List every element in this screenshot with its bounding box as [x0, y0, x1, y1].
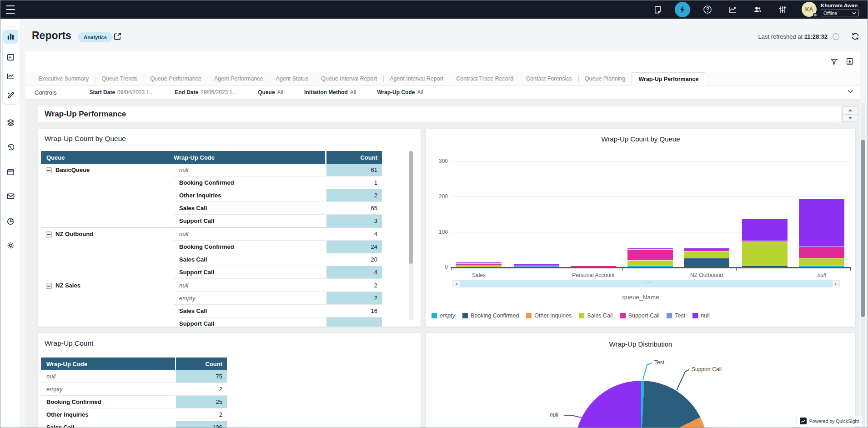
bar-segment-null[interactable]: [799, 199, 844, 247]
sidebar-item-history[interactable]: [3, 141, 18, 155]
external-link-icon[interactable]: [113, 32, 122, 40]
collapse-minus-icon[interactable]: [46, 283, 52, 289]
tab[interactable]: Agent Status: [270, 72, 315, 85]
table-row[interactable]: Booking Confirmed1: [174, 176, 382, 189]
table-row[interactable]: Other Inquiries2: [41, 408, 227, 421]
table-row[interactable]: Support Call3: [174, 215, 382, 227]
analytics-badge[interactable]: Analytics: [78, 32, 113, 42]
bar-segment-booking-confirmed[interactable]: [684, 258, 729, 267]
bar-segment-support-call[interactable]: [799, 247, 844, 258]
pie-chart[interactable]: [575, 381, 707, 428]
tab[interactable]: Agent Interval Report: [383, 72, 450, 85]
bar-segment-support-call[interactable]: [627, 250, 673, 260]
table-group[interactable]: NZ Outboundnull4Booking Confirmed24Sales…: [41, 227, 382, 279]
sidebar-item-datasets[interactable]: [3, 116, 18, 130]
table-row[interactable]: empty2: [174, 292, 382, 305]
stacked-bar[interactable]: [627, 248, 673, 267]
tab[interactable]: Contract Trace Record: [450, 72, 520, 85]
stacked-bar[interactable]: [799, 199, 844, 267]
bar-segment-empty[interactable]: [799, 266, 844, 267]
sidebar-item-analytics[interactable]: [3, 214, 18, 228]
stacked-bar[interactable]: [514, 264, 559, 267]
table-row[interactable]: null2: [174, 279, 382, 292]
column-header-wrapup-code[interactable]: Wrap-Up Code: [174, 154, 325, 161]
table-row[interactable]: Sales Call20: [174, 253, 382, 266]
table-row[interactable]: Support Call: [174, 317, 382, 327]
tab[interactable]: Queue Planning: [578, 72, 632, 85]
tab[interactable]: Executive Summary: [32, 72, 95, 85]
hamburger-menu-icon[interactable]: [6, 5, 15, 14]
controls-collapse-chevron[interactable]: [847, 89, 854, 94]
bar-segment-sales-call[interactable]: [799, 258, 844, 266]
table-row[interactable]: Sales Call16: [174, 305, 382, 317]
sheet-spinner[interactable]: [843, 106, 858, 122]
sidebar-item-settings[interactable]: [3, 238, 18, 252]
table-row[interactable]: Booking Confirmed25: [41, 396, 227, 408]
bar-segment-empty[interactable]: [627, 266, 673, 267]
table-group[interactable]: NZ Salesnull2empty2Sales Call16Support C…: [41, 279, 382, 327]
stacked-bar[interactable]: [742, 219, 788, 267]
table-row[interactable]: empty2: [41, 383, 227, 396]
tab[interactable]: Queue Interval Report: [315, 72, 383, 85]
legend-item[interactable]: empty: [431, 312, 455, 319]
legend-item[interactable]: Test: [667, 312, 685, 319]
table-row[interactable]: Other Inquiries2: [174, 189, 382, 202]
agents-icon[interactable]: [750, 2, 765, 17]
table-row[interactable]: Sales Call106: [41, 421, 227, 428]
table-row[interactable]: null4: [174, 228, 382, 241]
scroll-right-arrow-icon[interactable]: ►: [832, 280, 840, 287]
table-group[interactable]: BasicQueuenull61Booking Confirmed1Other …: [41, 164, 382, 227]
chart-h-scrollbar[interactable]: ◄ ►: [452, 280, 840, 287]
tab[interactable]: Contact Forensics: [520, 72, 578, 85]
column-header-wrapup-code[interactable]: Wrap-Up Code: [41, 361, 175, 368]
refresh-icon[interactable]: [851, 32, 860, 41]
sidebar-item-mail[interactable]: [3, 189, 18, 203]
metrics-icon[interactable]: [725, 2, 740, 17]
table-scrollbar[interactable]: [409, 151, 413, 320]
stacked-bar[interactable]: [571, 266, 616, 267]
settings-sliders-icon[interactable]: [775, 2, 790, 17]
table-row[interactable]: Support Call4: [174, 266, 382, 279]
control-filter[interactable]: End Date29/05/2023 1...: [175, 89, 237, 96]
control-filter[interactable]: Start Date09/04/2023 1...: [89, 89, 154, 96]
legend-item[interactable]: Support Call: [620, 312, 660, 319]
sidebar-item-windows[interactable]: [3, 165, 18, 179]
spinner-down-icon[interactable]: [848, 117, 852, 119]
avatar[interactable]: KA: [802, 2, 817, 17]
table-row[interactable]: null75: [41, 370, 227, 383]
sidebar-item-schedule[interactable]: [3, 50, 18, 64]
bar-segment-test[interactable]: [514, 265, 559, 267]
sidebar-item-customize[interactable]: [3, 88, 18, 102]
collapse-minus-icon[interactable]: [46, 232, 52, 237]
filter-icon[interactable]: [829, 56, 839, 66]
spinner-up-icon[interactable]: [848, 109, 852, 111]
tab[interactable]: Queue Performance: [144, 72, 208, 85]
bar-segment-sales-call[interactable]: [684, 252, 729, 259]
column-header-queue[interactable]: Queue: [41, 154, 174, 161]
bar-segment-support-call[interactable]: [571, 266, 616, 267]
legend-item[interactable]: Sales Call: [579, 312, 612, 319]
notepad-icon[interactable]: [650, 2, 665, 17]
sidebar-item-metrics[interactable]: [3, 69, 18, 83]
control-filter[interactable]: Wrap-Up CodeAll: [377, 89, 423, 96]
bar-segment-null[interactable]: [742, 219, 788, 241]
scroll-left-arrow-icon[interactable]: ◄: [452, 280, 460, 287]
sidebar-item-reports[interactable]: [3, 30, 18, 44]
table-row[interactable]: null61: [174, 164, 382, 176]
table-row[interactable]: Sales Call65: [174, 202, 382, 215]
column-header-count[interactable]: Count: [326, 151, 382, 164]
scrollbar-track[interactable]: [460, 280, 832, 287]
bar-segment-sales-call[interactable]: [627, 261, 673, 266]
collapse-minus-icon[interactable]: [46, 167, 52, 173]
control-filter[interactable]: Initiation MethodAll: [304, 89, 356, 96]
bar-segment-booking-confirmed[interactable]: [742, 266, 788, 267]
insights-flash-icon[interactable]: [675, 2, 690, 17]
help-icon[interactable]: [700, 2, 715, 17]
legend-item[interactable]: Other Inquiries: [526, 312, 572, 319]
tab[interactable]: Queue Trends: [95, 72, 144, 85]
dashboard-scrollbar[interactable]: [861, 103, 865, 427]
stacked-bar[interactable]: [456, 262, 502, 267]
status-select[interactable]: Offline: [821, 10, 859, 16]
tab[interactable]: Agent Performance: [208, 72, 270, 85]
bar-segment-sales-call[interactable]: [456, 265, 502, 267]
